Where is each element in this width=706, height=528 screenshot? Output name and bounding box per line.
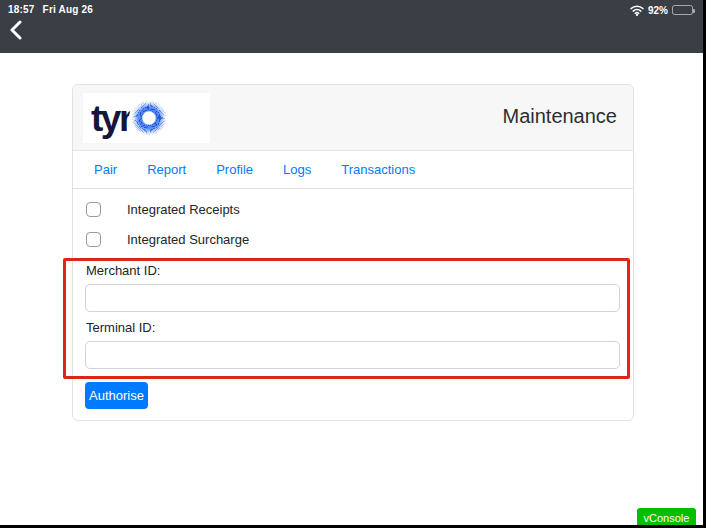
tab-report[interactable]: Report (132, 151, 201, 188)
status-time-date: 18:57Fri Aug 26 (8, 4, 93, 15)
battery-percent-label: 92% (648, 5, 668, 16)
back-button[interactable] (9, 21, 29, 43)
integrated-surcharge-checkbox[interactable] (86, 232, 101, 247)
tyro-logo-starburst-icon (129, 98, 169, 138)
tab-logs[interactable]: Logs (268, 151, 326, 188)
integrated-surcharge-label: Integrated Surcharge (127, 232, 249, 247)
maintenance-card: tyr Maintenance Pair Report Profile Logs… (72, 84, 634, 421)
authorise-button[interactable]: Authorise (85, 382, 148, 409)
tyro-logo-text: tyr (91, 100, 131, 137)
tyro-logo: tyr (83, 93, 210, 143)
card-header: tyr Maintenance (73, 85, 633, 151)
integrated-receipts-row: Integrated Receipts (86, 202, 240, 217)
chevron-left-icon (9, 20, 22, 44)
integrated-receipts-label: Integrated Receipts (127, 202, 240, 217)
integrated-receipts-checkbox[interactable] (86, 202, 101, 217)
status-date: Fri Aug 26 (43, 4, 94, 15)
integrated-surcharge-row: Integrated Surcharge (86, 232, 249, 247)
status-indicators: 92% (630, 4, 693, 16)
status-time: 18:57 (8, 4, 35, 15)
merchant-id-label: Merchant ID: (86, 263, 160, 278)
terminal-id-label: Terminal ID: (86, 320, 155, 335)
vconsole-button[interactable]: vConsole (637, 508, 696, 525)
page-title: Maintenance (502, 105, 617, 128)
terminal-id-input[interactable] (85, 341, 620, 369)
merchant-id-input[interactable] (85, 284, 620, 312)
screen: 18:57Fri Aug 26 92% (0, 0, 703, 525)
status-nav-bar: 18:57Fri Aug 26 92% (0, 0, 703, 53)
tab-transactions[interactable]: Transactions (326, 151, 430, 188)
battery-icon (672, 5, 693, 15)
tab-profile[interactable]: Profile (201, 151, 268, 188)
wifi-icon (630, 5, 644, 16)
tab-pair[interactable]: Pair (79, 151, 132, 188)
tab-bar: Pair Report Profile Logs Transactions (73, 151, 633, 189)
